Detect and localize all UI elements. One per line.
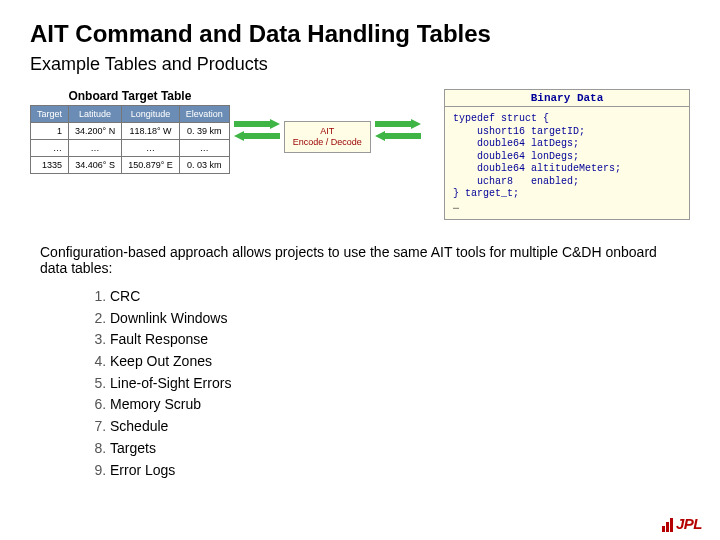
cell-lat: … — [69, 140, 122, 157]
left-arrow-group — [230, 89, 284, 141]
code-block-wrap: Binary Data typedef struct { ushort16 ta… — [431, 89, 690, 220]
code-body: typedef struct { ushort16 targetID; doub… — [453, 113, 621, 199]
table-row: 1335 34.406° S 150.879° E 0. 03 km — [31, 157, 230, 174]
page-subtitle: Example Tables and Products — [30, 54, 690, 75]
target-table-wrap: Onboard Target Table Target Latitude Lon… — [30, 89, 230, 174]
col-longitude: Longitude — [122, 106, 180, 123]
body-paragraph: Configuration-based approach allows proj… — [40, 244, 680, 276]
right-arrow-group — [371, 89, 425, 141]
target-table: Target Latitude Longitude Elevation 1 34… — [30, 105, 230, 174]
cell-lon: 118.18° W — [122, 123, 180, 140]
list-item: Downlink Windows — [110, 308, 690, 330]
list-item: Memory Scrub — [110, 394, 690, 416]
list-item: Fault Response — [110, 329, 690, 351]
diagram-row: Onboard Target Table Target Latitude Lon… — [30, 89, 690, 220]
examples-list: CRC Downlink Windows Fault Response Keep… — [110, 286, 690, 481]
list-item: CRC — [110, 286, 690, 308]
list-item: Targets — [110, 438, 690, 460]
code-ellipsis: … — [453, 201, 459, 212]
table-row: … … … … — [31, 140, 230, 157]
list-item: Keep Out Zones — [110, 351, 690, 373]
ait-line1: AIT — [320, 126, 334, 136]
list-item: Error Logs — [110, 460, 690, 482]
arrow-left-icon — [375, 131, 421, 141]
table-caption: Onboard Target Table — [30, 89, 230, 103]
cell-id: 1 — [31, 123, 69, 140]
cell-elev: 0. 03 km — [179, 157, 229, 174]
list-item: Line-of-Sight Errors — [110, 373, 690, 395]
table-row: 1 34.200° N 118.18° W 0. 39 km — [31, 123, 230, 140]
col-elevation: Elevation — [179, 106, 229, 123]
jpl-logo: JPL — [662, 515, 702, 532]
cell-id: 1335 — [31, 157, 69, 174]
arrow-right-icon — [375, 119, 421, 129]
cell-lon: 150.879° E — [122, 157, 180, 174]
cell-elev: … — [179, 140, 229, 157]
logo-text: JPL — [676, 515, 702, 532]
cell-id: … — [31, 140, 69, 157]
cell-elev: 0. 39 km — [179, 123, 229, 140]
ait-encode-decode-box: AIT Encode / Decode — [284, 121, 371, 153]
col-target: Target — [31, 106, 69, 123]
ait-line2: Encode / Decode — [293, 137, 362, 147]
arrow-right-icon — [234, 119, 280, 129]
code-box: typedef struct { ushort16 targetID; doub… — [444, 106, 690, 220]
code-caption: Binary Data — [444, 89, 690, 107]
col-latitude: Latitude — [69, 106, 122, 123]
page-title: AIT Command and Data Handling Tables — [30, 20, 690, 48]
logo-bars-icon — [662, 518, 673, 532]
cell-lat: 34.200° N — [69, 123, 122, 140]
cell-lon: … — [122, 140, 180, 157]
arrow-left-icon — [234, 131, 280, 141]
list-item: Schedule — [110, 416, 690, 438]
table-header-row: Target Latitude Longitude Elevation — [31, 106, 230, 123]
cell-lat: 34.406° S — [69, 157, 122, 174]
